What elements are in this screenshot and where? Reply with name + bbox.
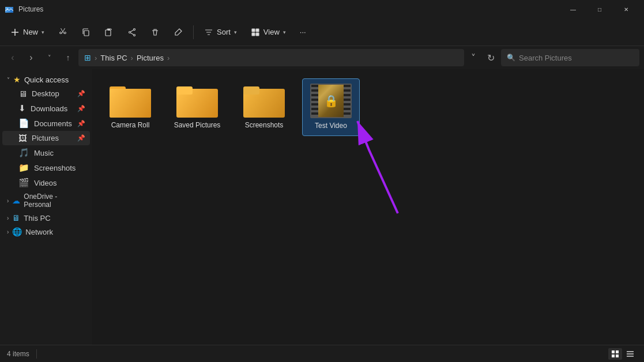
- sidebar: ˅ ★ Quick access 🖥 Desktop 📌 ⬇ Downloads…: [0, 69, 92, 345]
- close-button[interactable]: ✕: [613, 0, 639, 18]
- address-bar: ‹ › ˅ ↑ ⊞ › This PC › Pictures › ˅ ↻ 🔍 S…: [0, 46, 644, 69]
- file-name: Camera Roll: [111, 121, 150, 130]
- more-button[interactable]: ···: [294, 22, 312, 43]
- view-toggle-buttons: [608, 348, 637, 360]
- filmstrip-right: [344, 85, 351, 117]
- path-pictures[interactable]: Pictures: [137, 54, 164, 62]
- onedrive-chevron: ›: [7, 198, 9, 204]
- status-bar: 4 items: [0, 345, 644, 362]
- up-chevron-button[interactable]: ˅: [42, 50, 58, 66]
- path-dropdown-button[interactable]: ˅: [466, 50, 480, 66]
- delete-button[interactable]: [145, 22, 165, 43]
- sidebar-item-videos[interactable]: 🎬 Videos: [2, 175, 90, 190]
- rename-button[interactable]: [168, 22, 189, 43]
- folder-icon: [243, 83, 285, 118]
- list-view-button[interactable]: [623, 348, 637, 360]
- new-button[interactable]: New ▾: [5, 22, 50, 43]
- quick-access-chevron: ˅: [7, 77, 10, 83]
- star-icon: ★: [13, 75, 21, 84]
- onedrive-icon: ☁: [12, 196, 20, 205]
- maximize-button[interactable]: □: [586, 0, 613, 18]
- screenshots-folder-icon: 📁: [18, 163, 29, 173]
- network-chevron: ›: [7, 229, 9, 235]
- thispc-header[interactable]: › 🖥 This PC: [2, 211, 90, 225]
- pin-icon-pics: 📌: [77, 134, 85, 142]
- cut-button[interactable]: [52, 22, 73, 43]
- content-area: Camera Roll Sa: [92, 69, 644, 345]
- status-separator: [36, 349, 37, 359]
- grid-view-button[interactable]: [608, 348, 622, 360]
- window-controls: — □ ✕: [560, 0, 639, 18]
- network-icon: 🌐: [12, 227, 22, 236]
- videos-icon: 🎬: [18, 178, 29, 188]
- app-icon: [5, 5, 14, 14]
- documents-icon: 📄: [18, 118, 29, 129]
- list-item[interactable]: Camera Roll: [101, 78, 159, 135]
- path-thispc[interactable]: This PC: [100, 54, 127, 62]
- svg-rect-24: [616, 355, 619, 357]
- back-button[interactable]: ‹: [5, 50, 21, 66]
- paste-button[interactable]: [99, 22, 119, 43]
- svg-point-8: [129, 31, 131, 33]
- search-placeholder: Search Pictures: [519, 54, 572, 62]
- svg-rect-15: [110, 89, 151, 118]
- svg-rect-9: [252, 29, 255, 32]
- file-name: Saved Pictures: [174, 121, 221, 130]
- windows-icon: ⊞: [84, 53, 91, 62]
- share-button[interactable]: [122, 22, 142, 43]
- svg-rect-3: [84, 31, 89, 36]
- video-thumbnail: 🔒: [310, 84, 352, 118]
- onedrive-header[interactable]: › ☁ OneDrive - Personal: [2, 190, 90, 211]
- minimize-button[interactable]: —: [560, 0, 586, 18]
- file-name: Screenshots: [245, 121, 284, 130]
- sidebar-item-downloads[interactable]: ⬇ Downloads 📌: [2, 101, 90, 116]
- music-icon: 🎵: [18, 148, 29, 158]
- sort-button[interactable]: Sort ▾: [198, 22, 243, 43]
- svg-rect-11: [252, 33, 255, 36]
- svg-rect-12: [256, 33, 259, 36]
- forward-button[interactable]: ›: [23, 50, 39, 66]
- up-directory-button[interactable]: ↑: [60, 50, 76, 66]
- svg-rect-27: [627, 356, 634, 357]
- folder-icon: [176, 83, 218, 118]
- svg-rect-23: [612, 355, 615, 357]
- pin-icon-docs: 📌: [77, 120, 85, 127]
- video-preview: 🔒: [311, 85, 351, 117]
- pictures-icon: 🖼: [18, 133, 27, 143]
- network-label: Network: [25, 228, 53, 236]
- file-grid: Camera Roll Sa: [101, 78, 635, 136]
- sidebar-item-screenshots[interactable]: 📁 Screenshots: [2, 160, 90, 175]
- copy-button[interactable]: [76, 22, 96, 43]
- toolbar: New ▾: [0, 18, 644, 46]
- list-item[interactable]: Screenshots: [235, 78, 293, 135]
- pin-icon: 📌: [77, 90, 85, 97]
- svg-rect-5: [108, 29, 110, 31]
- network-header[interactable]: › 🌐 Network: [2, 225, 90, 239]
- search-box[interactable]: 🔍 Search Pictures: [501, 49, 639, 66]
- refresh-button[interactable]: ↻: [483, 50, 499, 66]
- sidebar-item-documents[interactable]: 📄 Documents 📌: [2, 116, 90, 131]
- item-count: 4 items: [7, 350, 29, 358]
- desktop-icon: 🖥: [18, 89, 27, 99]
- search-icon: 🔍: [507, 54, 515, 62]
- address-path[interactable]: ⊞ › This PC › Pictures ›: [78, 49, 464, 66]
- thispc-icon: 🖥: [12, 213, 20, 223]
- quick-access-header[interactable]: ˅ ★ Quick access: [2, 73, 90, 86]
- svg-rect-17: [176, 86, 193, 95]
- sidebar-item-pictures[interactable]: 🖼 Pictures 📌: [2, 131, 90, 145]
- sidebar-item-desktop[interactable]: 🖥 Desktop 📌: [2, 86, 90, 101]
- folder-icon: [110, 83, 151, 118]
- list-item[interactable]: Saved Pictures: [168, 78, 226, 135]
- sidebar-item-music[interactable]: 🎵 Music: [2, 145, 90, 160]
- downloads-icon: ⬇: [18, 103, 26, 114]
- title-bar: Pictures — □ ✕: [0, 0, 644, 18]
- svg-rect-26: [627, 353, 634, 355]
- lock-icon: 🔒: [324, 94, 338, 108]
- view-button[interactable]: View ▾: [245, 22, 292, 43]
- window-title: Pictures: [18, 5, 555, 13]
- svg-point-7: [134, 34, 135, 36]
- filmstrip-left: [311, 85, 318, 117]
- thispc-label: This PC: [24, 214, 50, 223]
- list-item[interactable]: 🔒 Test Video: [302, 78, 360, 136]
- svg-rect-25: [627, 351, 634, 352]
